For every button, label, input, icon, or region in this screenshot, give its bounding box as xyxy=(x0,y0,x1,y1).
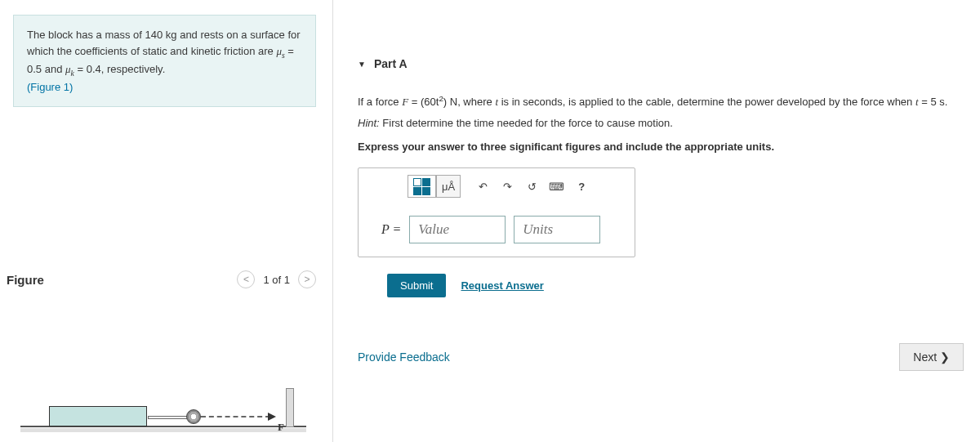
force-arrow-icon xyxy=(268,413,276,421)
figure-title: Figure xyxy=(7,273,44,287)
right-column: ▼ Part A If a force F = (60t2) N, where … xyxy=(333,0,980,442)
provide-feedback-link[interactable]: Provide Feedback xyxy=(358,350,450,364)
figure-link[interactable]: (Figure 1) xyxy=(27,81,73,93)
problem-intro: The block has a mass of 140 kg and rests… xyxy=(13,15,316,107)
figure-prev-button[interactable]: < xyxy=(237,270,255,288)
keyboard-button[interactable]: ⌨ xyxy=(544,175,569,198)
figure-header: Figure < 1 of 1 > xyxy=(7,270,316,288)
undo-button[interactable]: ↶ xyxy=(470,175,495,198)
redo-button[interactable]: ↷ xyxy=(495,175,519,198)
figure-diagram: F xyxy=(41,378,298,435)
chevron-down-icon: ▼ xyxy=(358,60,366,69)
intro-text: The block has a mass of 140 kg and rests… xyxy=(27,29,301,75)
units-input[interactable] xyxy=(514,216,600,243)
express-instruction: Express your answer to three significant… xyxy=(358,141,972,153)
part-label: Part A xyxy=(374,57,408,70)
units-symbol-button[interactable]: μÅ xyxy=(436,175,461,198)
force-label: F xyxy=(278,421,284,434)
part-header[interactable]: ▼ Part A xyxy=(358,57,972,70)
submit-button[interactable]: Submit xyxy=(387,274,446,297)
answer-box: μÅ ↶ ↷ ↺ ⌨ ? P = xyxy=(358,167,635,257)
equation-label: P = xyxy=(381,222,401,237)
templates-icon xyxy=(413,178,430,195)
templates-button[interactable] xyxy=(408,175,436,198)
figure-count: 1 of 1 xyxy=(260,274,293,286)
block-shape xyxy=(49,406,147,426)
next-button[interactable]: Next ❯ xyxy=(899,343,964,371)
value-input[interactable] xyxy=(409,216,506,243)
help-button[interactable]: ? xyxy=(569,175,594,198)
request-answer-link[interactable]: Request Answer xyxy=(461,279,543,292)
figure-next-button[interactable]: > xyxy=(298,270,316,288)
answer-toolbar: μÅ ↶ ↷ ↺ ⌨ ? xyxy=(359,168,635,209)
hint-text: Hint: First determine the time needed fo… xyxy=(358,115,972,132)
question-text: If a force F = (60t2) N, where t is in s… xyxy=(358,93,972,110)
pulley-icon xyxy=(186,409,201,424)
left-column: The block has a mass of 140 kg and rests… xyxy=(0,0,333,442)
reset-button[interactable]: ↺ xyxy=(519,175,544,198)
